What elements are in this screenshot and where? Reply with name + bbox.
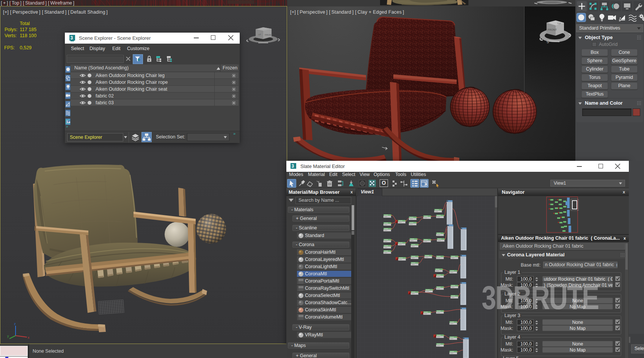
- svg-text:TOP: TOP: [557, 22, 561, 25]
- svg-text:z: z: [14, 322, 16, 326]
- svg-text:3: 3: [292, 163, 294, 169]
- svg-text:FRONT: FRONT: [548, 28, 557, 31]
- svg-text:x: x: [28, 336, 30, 339]
- svg-text:LF: LF: [258, 33, 261, 36]
- svg-text:y: y: [7, 334, 9, 338]
- svg-text:FRONT: FRONT: [265, 34, 273, 36]
- svg-text:3: 3: [71, 35, 73, 41]
